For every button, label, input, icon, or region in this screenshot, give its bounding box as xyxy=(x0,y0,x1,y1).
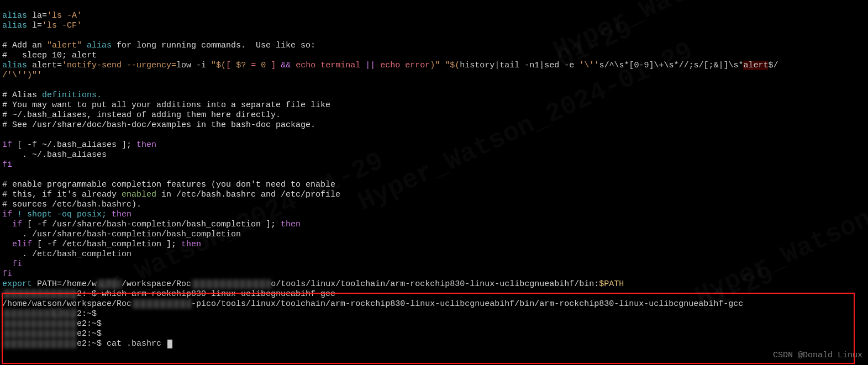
redacted-prompt: watson@complete xyxy=(2,289,77,299)
keyword-export: export xyxy=(2,279,32,289)
variable-path: $PATH xyxy=(599,279,624,289)
shell-command[interactable]: cat .bashrc xyxy=(102,339,166,348)
comment: # Alias xyxy=(2,91,42,100)
redacted-prompt: watson@complete xyxy=(2,339,77,348)
redacted-prompt: watson@complete xyxy=(2,319,77,329)
redacted-prompt: watson@complete xyxy=(2,309,77,319)
comment: # sources /etc/bash.bashrc). xyxy=(2,200,141,209)
terminal-output: alias la='ls -A' alias l='ls -CF' # Add … xyxy=(0,0,868,350)
keyword-alias: alias xyxy=(2,21,27,30)
keyword-fi: fi xyxy=(2,160,12,170)
redacted-text: kchip-RV1106-pic xyxy=(191,279,271,289)
comment: # ~/.bash_aliases, instead of adding the… xyxy=(2,110,281,120)
comment: # enable programmable completion feature… xyxy=(2,180,335,189)
csdn-attribution: CSDN @Donald Linux xyxy=(773,351,862,361)
comment: # sleep 10; alert xyxy=(2,51,97,60)
keyword-alias: alias xyxy=(2,11,27,20)
redacted-prompt: watson@complete xyxy=(2,329,77,338)
comment: # You may want to put all your additions… xyxy=(2,100,330,110)
shell-command[interactable]: which arm-rockchip830-linux-uclibcgnueab… xyxy=(97,289,335,299)
comment: # See /usr/share/doc/bash-doc/examples i… xyxy=(2,120,315,130)
keyword-if: if xyxy=(2,140,12,150)
comment: # Add an xyxy=(2,41,47,50)
redacted-text: kchip-RV1106 xyxy=(131,299,191,309)
terminal-cursor xyxy=(167,340,172,348)
redacted-text: atson xyxy=(97,279,122,289)
